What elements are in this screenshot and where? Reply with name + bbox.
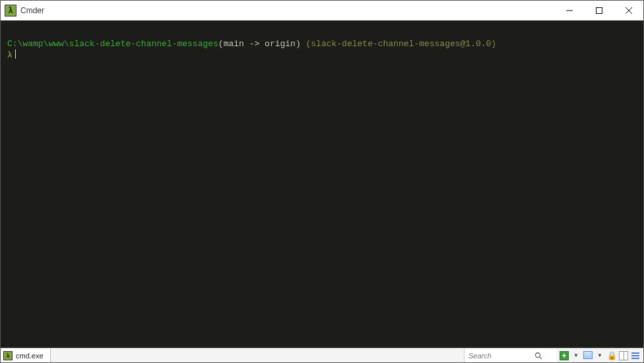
app-window: λ Cmder C:\wamp\www\slack-delete-channel… [0, 0, 644, 363]
search-icon[interactable] [533, 350, 544, 361]
svg-rect-1 [596, 8, 602, 14]
branch-text: main -> origin [224, 39, 296, 49]
search-box[interactable] [464, 348, 556, 362]
menu-button[interactable] [630, 350, 641, 361]
new-console-dropdown[interactable]: ▼ [571, 350, 581, 361]
split-panes-button[interactable] [618, 350, 629, 361]
show-consoles-button[interactable] [583, 350, 593, 361]
console-tab[interactable]: λ cmd.exe [1, 348, 51, 362]
tab-label: cmd.exe [16, 352, 44, 360]
lambda-icon: λ [3, 351, 13, 360]
maximize-button[interactable] [584, 1, 614, 20]
minimize-button[interactable] [554, 1, 584, 20]
show-consoles-dropdown[interactable]: ▼ [595, 350, 605, 361]
svg-point-4 [536, 352, 540, 357]
new-console-button[interactable]: + [559, 350, 569, 361]
window-controls [554, 1, 643, 20]
app-icon: λ [5, 5, 16, 16]
close-button[interactable] [614, 1, 643, 20]
window-title: Cmder [20, 6, 44, 15]
search-input[interactable] [467, 351, 533, 360]
svg-line-5 [540, 357, 542, 359]
prompt-symbol: λ [7, 50, 13, 60]
statusbar: λ cmd.exe + ▼ ▼ 🔒 [1, 348, 643, 362]
titlebar[interactable]: λ Cmder [1, 1, 643, 20]
branch-close: ) [296, 39, 301, 49]
prompt-path: C:\wamp\www\slack-delete-channel-message… [7, 39, 218, 49]
terminal-output[interactable]: C:\wamp\www\slack-delete-channel-message… [1, 20, 643, 348]
package-info: (slack-delete-channel-messages@1.0.0) [306, 39, 497, 49]
branch-open: ( [218, 39, 224, 49]
statusbar-spacer [51, 348, 464, 362]
lock-icon[interactable]: 🔒 [606, 350, 617, 361]
statusbar-toolbar: + ▼ ▼ 🔒 [556, 348, 643, 362]
cursor [15, 50, 16, 59]
